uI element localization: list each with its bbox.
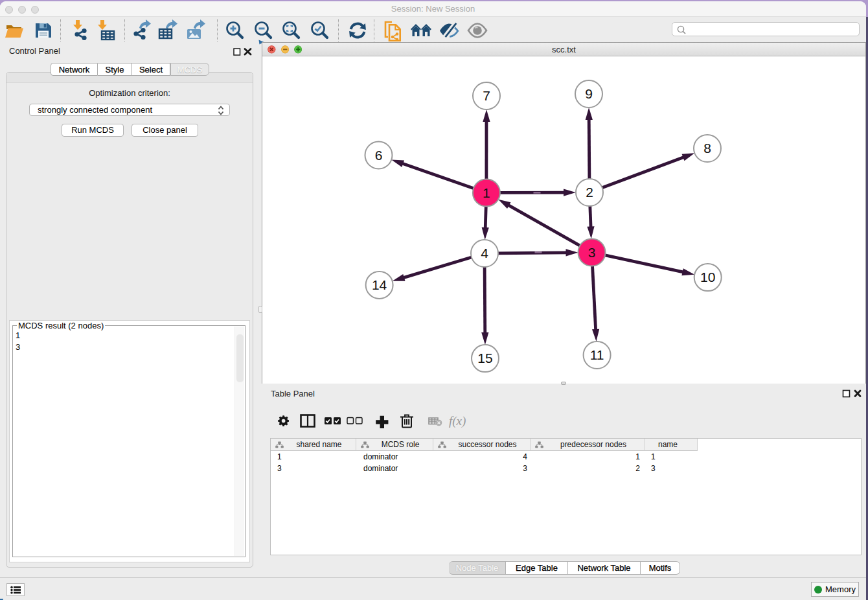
svg-text:4: 4 (481, 246, 488, 260)
svg-text:8: 8 (703, 141, 711, 156)
svg-text:7: 7 (483, 88, 490, 103)
svg-text:6: 6 (375, 148, 383, 163)
svg-text:9: 9 (585, 86, 593, 101)
svg-text:f(x): f(x) (449, 414, 466, 428)
svg-text:11: 11 (590, 347, 604, 362)
svg-text:14: 14 (372, 277, 387, 292)
svg-text:15: 15 (477, 351, 492, 365)
svg-text:2: 2 (586, 185, 593, 200)
svg-text:10: 10 (700, 270, 715, 284)
svg-text:3: 3 (588, 245, 596, 260)
svg-text:1: 1 (483, 185, 490, 200)
